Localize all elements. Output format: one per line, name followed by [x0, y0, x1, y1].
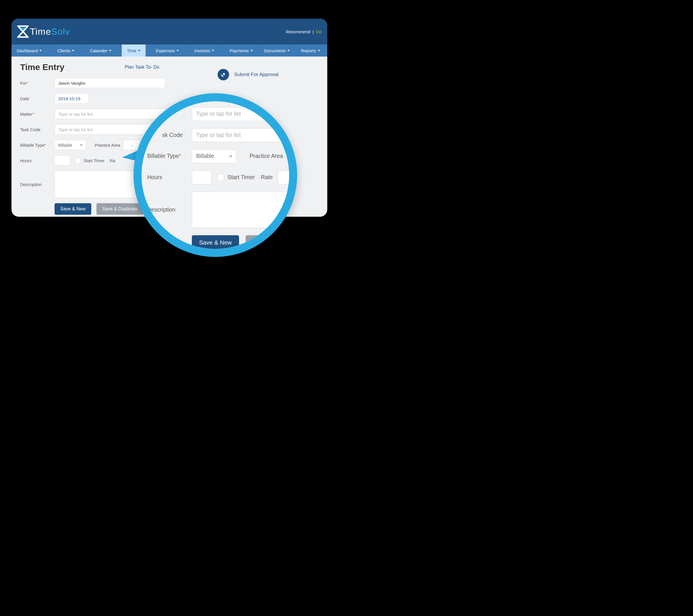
description-label-zoom: Description — [147, 206, 192, 213]
navbar: Dashboard Clients Calander Time Expenses… — [12, 44, 327, 57]
start-timer-checkbox[interactable] — [75, 158, 81, 163]
rate-label: Ra — [110, 158, 115, 163]
start-timer-label-zoom: Start Timer — [227, 174, 255, 181]
recommend-link[interactable]: Recommend — [286, 29, 310, 34]
nav-payments[interactable]: Payments — [224, 44, 258, 57]
nav-invoices[interactable]: Invoices — [189, 44, 219, 57]
taskcode-label-zoom: sk Code — [144, 132, 192, 139]
hours-input-zoom[interactable] — [192, 171, 212, 184]
logo: TimeSolv — [17, 25, 70, 38]
nav-dashboard[interactable]: Dashboard — [12, 44, 47, 57]
for-label: For* — [20, 81, 55, 85]
hourglass-icon — [17, 25, 29, 38]
practice-area-label-zoom: Practice Area — [250, 153, 283, 160]
rate-input-zoom[interactable] — [278, 171, 297, 184]
hours-label-zoom: Hours — [147, 174, 192, 181]
nav-calander[interactable]: Calander — [85, 44, 117, 57]
submit-approval[interactable]: Submit For Approval — [218, 69, 278, 80]
caret-icon — [318, 50, 320, 52]
billable-select[interactable]: Billable — [55, 140, 86, 150]
hours-label: Hours — [20, 158, 55, 163]
description-input-zoom[interactable] — [192, 192, 291, 228]
billable-label-zoom: Billable Type* — [147, 153, 192, 160]
header-links: Recommend | Do — [286, 29, 321, 34]
zoom-content: Type or tap for list sk Code Type or tap… — [147, 96, 297, 250]
caret-icon — [138, 50, 140, 52]
save-duplicate-button-zoom[interactable]: Save & — [246, 235, 279, 250]
matter-label: Matter* — [20, 112, 55, 117]
date-label: Date — [20, 96, 55, 101]
page-title: Time Entry — [20, 62, 65, 72]
for-input[interactable]: Jason Vaughn — [55, 78, 165, 88]
hours-input[interactable] — [55, 155, 70, 166]
date-input[interactable]: 2019-10-19 — [55, 93, 89, 104]
start-timer-checkbox-zoom[interactable] — [217, 174, 224, 181]
nav-clients[interactable]: Clients — [52, 44, 80, 57]
rate-label-zoom: Rate — [261, 174, 273, 181]
nav-documents[interactable]: Documents — [259, 44, 295, 57]
description-label: Description — [20, 182, 55, 187]
logo-text: TimeSolv — [30, 26, 70, 37]
header: TimeSolv Recommend | Do — [12, 19, 327, 44]
caret-icon — [251, 50, 253, 52]
matter-input-zoom[interactable]: Type or tap for list — [192, 107, 284, 121]
caret-icon — [212, 50, 214, 52]
zoom-magnifier: Type or tap for list sk Code Type or tap… — [134, 93, 297, 257]
do-link[interactable]: Do — [316, 29, 321, 34]
nav-account[interactable]: Ac — [326, 44, 327, 57]
submit-text: Submit For Approval — [234, 72, 278, 78]
caret-icon — [72, 50, 74, 52]
save-new-button-zoom[interactable]: Save & New — [192, 235, 239, 250]
nav-reports[interactable]: Reports — [296, 44, 325, 57]
plan-task-link[interactable]: Plan Task To- Do — [125, 65, 159, 70]
billable-label: Billable Type* — [20, 143, 55, 147]
chevron-down-icon — [230, 156, 232, 157]
taskcode-label: Task Code — [20, 127, 55, 132]
practice-area-label: Practice Area — [95, 143, 120, 147]
separator: | — [313, 29, 314, 34]
nav-expenses[interactable]: Expenses — [151, 44, 184, 57]
submit-icon — [218, 69, 229, 80]
zoom-circle: Type or tap for list sk Code Type or tap… — [134, 93, 297, 257]
save-new-button[interactable]: Save & New — [55, 203, 91, 215]
caret-icon — [109, 50, 112, 52]
chevron-down-icon — [80, 144, 82, 146]
start-timer-label: Start Timer — [83, 158, 104, 163]
caret-icon — [177, 50, 179, 52]
nav-time[interactable]: Time — [122, 44, 145, 57]
description-input[interactable] — [55, 171, 143, 198]
billable-select-zoom[interactable]: Billable — [192, 149, 236, 163]
caret-icon — [288, 50, 290, 52]
taskcode-input-zoom[interactable]: Type or tap for list — [192, 128, 284, 142]
caret-icon — [39, 50, 42, 52]
